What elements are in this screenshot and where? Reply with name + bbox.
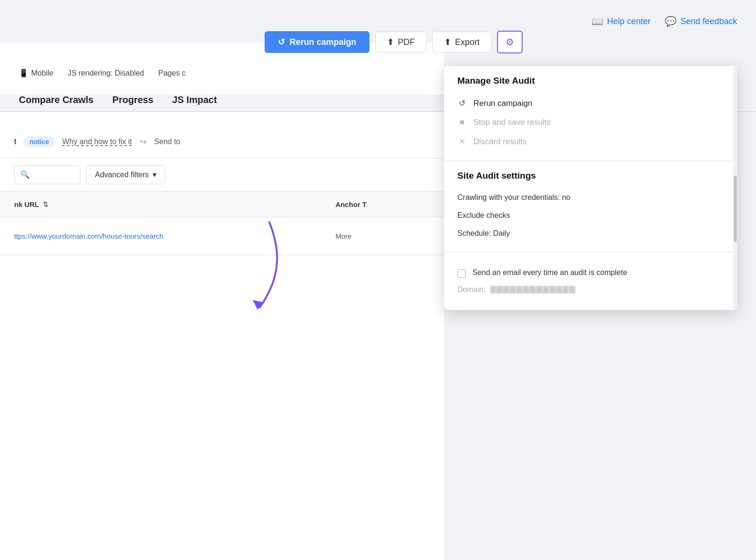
export-label: Export <box>455 37 480 47</box>
rerun-campaign-button[interactable]: ↺ Rerun campaign <box>265 31 369 53</box>
notice-badge: notice <box>24 136 54 147</box>
discard-icon: ✕ <box>457 137 467 146</box>
settings-section: Site Audit settings Crawling with your c… <box>444 161 737 252</box>
pdf-label: PDF <box>398 37 415 47</box>
help-center-icon: 📖 <box>592 16 603 27</box>
email-label: Send an email every time an audit is com… <box>472 268 627 277</box>
more-label: More <box>335 232 352 240</box>
js-rendering-label: JS rendering: Disabled <box>68 69 144 78</box>
sort-icon: ⇅ <box>43 201 48 208</box>
stop-save-item: ■ Stop and save results <box>457 113 724 132</box>
pages-crawled-label: Pages c <box>158 69 186 78</box>
rerun-label: Rerun campaign <box>290 37 356 47</box>
domain-value <box>490 286 576 293</box>
arrow-right-icon: ↪ <box>139 137 146 147</box>
toolbar: ↺ Rerun campaign ⬆ PDF ⬆ Export ⚙ <box>246 31 756 53</box>
anchor-column-header: Anchor T <box>335 200 430 208</box>
crawling-credentials-label: Crawling with your credentials: no <box>457 193 570 201</box>
table-header: nk URL ⇅ Anchor T <box>0 191 444 217</box>
export-button[interactable]: ⬆ Export <box>432 32 491 52</box>
js-rendering-indicator: JS rendering: Disabled <box>68 69 144 78</box>
tab-progress[interactable]: Progress <box>112 95 154 111</box>
rerun-icon: ↺ <box>278 37 285 47</box>
more-button[interactable]: More <box>335 232 430 240</box>
gear-icon: ⚙ <box>506 36 514 48</box>
discard-results-item: ✕ Discard results <box>457 132 724 151</box>
pages-crawled-indicator: Pages c <box>158 69 186 78</box>
send-to-button[interactable]: Send to <box>154 138 180 146</box>
url-column-header[interactable]: nk URL ⇅ <box>14 200 335 208</box>
tab-compare-crawls[interactable]: Compare Crawls <box>19 95 94 111</box>
advanced-filters-label: Advanced filters <box>95 171 149 179</box>
rerun-campaign-item[interactable]: ↺ Rerun campaign <box>457 94 724 113</box>
settings-title: Site Audit settings <box>457 171 724 181</box>
device-label: Mobile <box>31 69 53 78</box>
panel-scrollbar[interactable] <box>733 66 737 310</box>
scrollbar-thumb <box>734 176 737 242</box>
url-cell[interactable]: ttps://www.yourdomain.com/house-tours/se… <box>14 232 335 240</box>
chevron-down-icon: ▾ <box>153 170 156 179</box>
filter-row: 🔍 Advanced filters ▾ <box>0 158 444 191</box>
schedule-row[interactable]: Schedule: Daily <box>457 224 724 242</box>
table-row: ttps://www.yourdomain.com/house-tours/se… <box>0 217 444 255</box>
email-checkbox[interactable] <box>457 269 466 278</box>
fix-link[interactable]: Why and how to fix it <box>62 138 132 146</box>
send-to-label: Send to <box>154 138 180 146</box>
anchor-col-label: Anchor T <box>335 200 367 208</box>
manage-section: Manage Site Audit ↺ Rerun campaign ■ Sto… <box>444 66 737 161</box>
help-center-label: Help center <box>607 17 651 26</box>
device-indicator: 📱 Mobile <box>19 69 53 78</box>
url-col-label: nk URL <box>14 200 39 208</box>
export-icon: ⬆ <box>444 37 451 47</box>
pdf-icon: ⬆ <box>387 37 394 47</box>
domain-row: Domain: <box>457 282 724 301</box>
notice-prefix: t <box>14 138 16 146</box>
notice-row: t notice Why and how to fix it ↪ Send to <box>0 125 444 158</box>
send-feedback-link[interactable]: 💬 Send feedback <box>665 16 737 27</box>
search-icon: 🔍 <box>20 170 30 179</box>
email-notification-row[interactable]: Send an email every time an audit is com… <box>457 262 724 282</box>
exclude-checks-row[interactable]: Exclude checks <box>457 207 724 224</box>
rerun-item-icon: ↺ <box>457 98 467 108</box>
settings-button[interactable]: ⚙ <box>497 31 523 53</box>
advanced-filters-button[interactable]: Advanced filters ▾ <box>86 165 165 184</box>
manage-title: Manage Site Audit <box>457 76 724 86</box>
email-section: Send an email every time an audit is com… <box>444 252 737 310</box>
manage-site-audit-panel: Manage Site Audit ↺ Rerun campaign ■ Sto… <box>444 66 737 310</box>
send-feedback-label: Send feedback <box>680 17 737 26</box>
schedule-label: Schedule: Daily <box>457 229 510 237</box>
feedback-icon: 💬 <box>665 16 677 27</box>
stop-icon: ■ <box>457 118 467 127</box>
stop-item-label: Stop and save results <box>473 118 550 127</box>
pdf-button[interactable]: ⬆ PDF <box>375 32 427 52</box>
mobile-icon: 📱 <box>19 69 28 78</box>
search-box[interactable]: 🔍 <box>14 165 80 184</box>
tab-js-impact[interactable]: JS Impact <box>172 95 217 111</box>
exclude-checks-label: Exclude checks <box>457 211 510 219</box>
url-value: ttps://www.yourdomain.com/house-tours/se… <box>14 232 163 240</box>
crawling-credentials-row: Crawling with your credentials: no <box>457 189 724 207</box>
domain-label: Domain: <box>457 285 486 294</box>
rerun-item-label: Rerun campaign <box>473 99 533 108</box>
discard-item-label: Discard results <box>473 137 526 146</box>
help-center-link[interactable]: 📖 Help center <box>592 16 651 27</box>
